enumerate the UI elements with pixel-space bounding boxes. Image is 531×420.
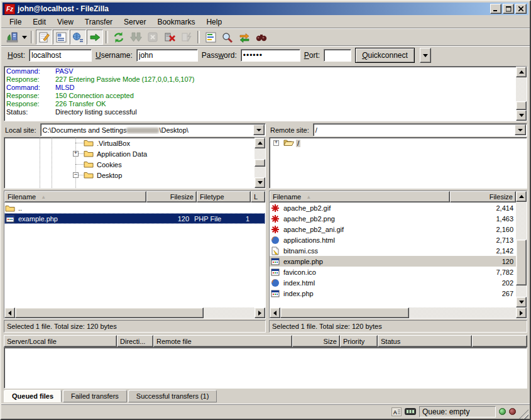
titlebar[interactable]: Fz john@localhost - FileZilla — [3, 3, 528, 15]
quickconnect-button[interactable]: Quickconnect — [355, 48, 415, 63]
file-row[interactable]: index.html 202 — [270, 277, 516, 288]
toggle-message-log-button[interactable] — [36, 30, 52, 45]
expand-plus-icon[interactable]: + — [73, 151, 79, 157]
minimize-icon[interactable] — [490, 4, 501, 14]
file-row[interactable]: .. — [4, 202, 265, 213]
column-header-last-modified[interactable]: L — [251, 191, 265, 202]
tree-item[interactable]: + Application Data — [4, 148, 255, 159]
username-input[interactable] — [136, 49, 198, 62]
tab-queued-files[interactable]: Queued files — [4, 390, 62, 402]
menu-edit[interactable]: Edit — [27, 16, 52, 28]
port-input[interactable] — [324, 49, 351, 62]
file-row[interactable]: apache_pb2.gif 2,414 — [270, 202, 516, 213]
folder-icon — [84, 149, 94, 157]
scroll-up-icon[interactable] — [255, 138, 265, 148]
scroll-right-icon[interactable] — [255, 307, 265, 318]
column-header-remote-file[interactable]: Remote file — [153, 335, 292, 347]
file-row-selected[interactable]: example.php 120 — [270, 256, 516, 267]
maximize-icon[interactable] — [503, 4, 514, 14]
tree-item[interactable]: .VirtualBox — [4, 138, 255, 148]
remote-site-combobox[interactable]: / — [313, 123, 527, 136]
combobox-dropdown-icon[interactable] — [515, 124, 526, 135]
local-path: C:\Documents and Settings\Desktop\ — [41, 126, 253, 134]
file-row[interactable]: apache_pb2.png 1,463 — [270, 213, 516, 224]
menu-server[interactable]: Server — [118, 16, 151, 28]
scroll-down-icon[interactable] — [516, 297, 527, 307]
file-row[interactable]: applications.html 2,713 — [270, 235, 516, 245]
remote-list-hscrollbar[interactable] — [270, 307, 527, 318]
file-row[interactable]: apache_pb2_ani.gif 2,160 — [270, 224, 516, 235]
local-site-combobox[interactable]: C:\Documents and Settings\Desktop\ — [40, 123, 266, 136]
file-row[interactable]: index.php 267 — [270, 288, 516, 299]
menu-bookmarks[interactable]: Bookmarks — [151, 16, 200, 28]
menu-file[interactable]: File — [4, 16, 27, 28]
reconnect-button[interactable] — [178, 30, 195, 45]
menu-help[interactable]: Help — [200, 16, 227, 28]
column-header-direction[interactable]: Directi... — [117, 335, 153, 347]
resize-grip[interactable] — [519, 409, 528, 419]
remote-tree-items: + / — [270, 138, 527, 188]
tree-item[interactable]: Cookies — [4, 159, 255, 170]
close-icon[interactable] — [515, 4, 527, 14]
tree-item[interactable]: − Desktop — [4, 170, 255, 180]
password-input[interactable] — [241, 49, 300, 62]
menu-view[interactable]: View — [52, 16, 79, 28]
find-files-button[interactable] — [253, 30, 270, 45]
scroll-thumb[interactable] — [516, 240, 527, 285]
column-header-status[interactable]: Status — [378, 335, 472, 347]
scroll-thumb[interactable] — [255, 159, 265, 167]
host-input[interactable] — [29, 49, 92, 62]
synchronized-browsing-button[interactable] — [236, 30, 253, 45]
scroll-thumb[interactable] — [280, 307, 409, 318]
tab-successful-transfers[interactable]: Successful transfers (1) — [128, 390, 217, 402]
local-tree-scrollbar[interactable] — [255, 138, 265, 188]
quickconnect-dropdown[interactable] — [420, 48, 431, 63]
scroll-thumb[interactable] — [15, 307, 204, 318]
scroll-thumb[interactable] — [516, 101, 527, 110]
remote-status: Selected 1 file. Total size: 120 bytes — [269, 320, 527, 333]
toggle-remote-tree-button[interactable] — [70, 30, 86, 45]
collapse-minus-icon[interactable]: − — [73, 172, 79, 178]
column-header-size[interactable]: Size — [292, 335, 340, 347]
scroll-left-icon[interactable] — [4, 307, 15, 318]
queue-list[interactable] — [4, 347, 527, 389]
file-row[interactable]: favicon.ico 7,782 — [270, 267, 516, 277]
local-list-hscrollbar[interactable] — [4, 307, 265, 318]
directory-comparison-button[interactable] — [219, 30, 236, 45]
site-manager-dropdown[interactable] — [21, 30, 28, 44]
remote-list-vscrollbar[interactable] — [516, 191, 527, 307]
file-row[interactable]: bitnami.css 2,142 — [270, 245, 516, 256]
refresh-button[interactable] — [111, 30, 127, 45]
scroll-up-icon[interactable] — [516, 191, 527, 202]
tree-item[interactable]: + / — [270, 138, 527, 148]
toggle-queue-button[interactable] — [87, 30, 103, 45]
scroll-left-icon[interactable] — [270, 307, 280, 318]
statusbar: A Queue: empty — [1, 404, 530, 419]
expand-plus-icon[interactable]: + — [273, 140, 279, 146]
broken-image-icon — [271, 225, 280, 234]
cancel-operation-button[interactable] — [145, 30, 161, 45]
scroll-right-icon[interactable] — [516, 307, 527, 318]
disconnect-button[interactable] — [161, 30, 178, 45]
column-header-filename[interactable]: Filename▲ — [4, 191, 146, 202]
column-header-priority[interactable]: Priority — [340, 335, 378, 347]
column-header-filesize[interactable]: Filesize — [450, 191, 516, 202]
column-header-filename[interactable]: Filename▲ — [270, 191, 450, 202]
file-row-selected[interactable]: example.php 120 PHP File 1 — [4, 213, 265, 224]
process-queue-button[interactable] — [128, 30, 144, 45]
scroll-down-icon[interactable] — [255, 177, 265, 188]
site-manager-button[interactable] — [4, 30, 20, 45]
column-header-filetype[interactable]: Filetype — [197, 191, 251, 202]
scroll-up-icon[interactable] — [516, 67, 527, 77]
toggle-local-tree-button[interactable] — [53, 30, 69, 45]
scroll-down-icon[interactable] — [516, 110, 527, 121]
log-scrollbar[interactable] — [516, 67, 527, 121]
combobox-dropdown-icon[interactable] — [253, 124, 265, 135]
remote-path: / — [314, 126, 514, 134]
port-label: Port: — [304, 51, 320, 60]
menu-transfer[interactable]: Transfer — [79, 16, 118, 28]
tab-failed-transfers[interactable]: Failed transfers — [63, 390, 127, 402]
directory-listing-filters-button[interactable] — [202, 30, 219, 45]
column-header-filesize[interactable]: Filesize — [146, 191, 197, 202]
column-header-server-local-file[interactable]: Server/Local file — [4, 335, 117, 347]
